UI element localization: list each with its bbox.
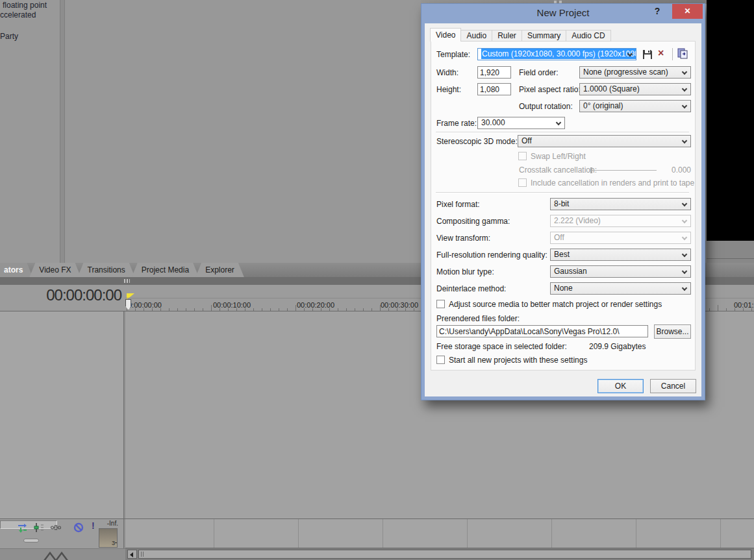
swap-lr-label: Swap Left/Right (531, 152, 586, 161)
master-bus-lane[interactable] (125, 519, 754, 548)
template-combobox[interactable]: Custom (1920x1080, 30.000 fps) (1920x108… (477, 48, 636, 60)
include-cancellation-label: Include cancellation in renders and prin… (531, 178, 694, 188)
view-transform-value: Off (554, 233, 564, 242)
track-motion-icon[interactable] (18, 522, 28, 533)
motion-blur-label: Motion blur type: (436, 267, 494, 276)
chevron-down-icon (682, 201, 687, 206)
tab-summary[interactable]: Summary (522, 30, 566, 42)
chevron-down-icon (682, 286, 687, 291)
crosstalk-slider[interactable] (592, 170, 657, 171)
start-all-checkbox[interactable] (436, 356, 445, 364)
deinterlace-label: Deinterlace method: (436, 284, 506, 293)
crosstalk-value: 0.000 (670, 165, 691, 175)
dialog-client-area: Video Audio Ruler Summary Audio CD Templ… (425, 23, 701, 396)
thumb-grip-icon (141, 552, 145, 557)
dock-tab-transitions[interactable]: Transitions (78, 263, 135, 277)
output-rotation-select[interactable]: 0° (original) (579, 100, 691, 112)
output-rotation-label: Output rotation: (519, 102, 573, 111)
meter-scale-tick (115, 542, 117, 543)
ok-button[interactable]: OK (597, 379, 644, 393)
render-quality-select[interactable]: Best (550, 249, 691, 261)
group-separator (436, 192, 689, 193)
motion-blur-select[interactable]: Gaussian (550, 265, 691, 278)
stereo-mode-label: Stereoscopic 3D mode: (436, 137, 518, 146)
crosstalk-label: Crosstalk cancellation: (519, 165, 597, 175)
dock-tab-video-fx[interactable]: Video FX (29, 263, 81, 277)
chevron-down-icon (682, 86, 687, 91)
browse-button[interactable]: Browse... (654, 324, 691, 339)
pixel-aspect-label: Pixel aspect ratio: (519, 85, 581, 94)
dock-tab-project-media[interactable]: Project Media (132, 263, 199, 277)
frame-rate-select[interactable]: 30.000 (477, 117, 565, 129)
mute-icon[interactable] (73, 522, 84, 533)
left-triangle-icon (130, 552, 133, 557)
start-all-label: Start all new projects with these settin… (449, 356, 587, 365)
fx-plug-icon[interactable] (51, 522, 61, 533)
render-quality-value: Best (554, 250, 570, 259)
pixel-format-label: Pixel format: (436, 200, 480, 209)
close-icon[interactable]: ✕ (672, 4, 703, 19)
prerendered-folder-label: Prerendered files folder: (436, 314, 520, 323)
stereo-mode-select[interactable]: Off (518, 135, 691, 147)
scrollbar-thumb[interactable] (138, 550, 751, 559)
deinterlace-select[interactable]: None (550, 282, 691, 295)
frame-rate-label: Frame rate: (436, 119, 477, 128)
scroll-left-button[interactable] (127, 550, 137, 559)
adjust-source-checkbox[interactable] (436, 300, 445, 308)
bottom-left-corner (0, 548, 125, 560)
include-cancellation-checkbox[interactable] (518, 178, 527, 187)
tab-ruler[interactable]: Ruler (492, 30, 522, 42)
bus-fader-handle[interactable] (23, 539, 39, 542)
bus-name-field[interactable] (0, 520, 57, 529)
deinterlace-value: None (554, 284, 573, 293)
dock-tab-explorer[interactable]: Explorer (195, 263, 244, 277)
chevron-down-icon (682, 138, 687, 143)
toolbar-separator (672, 48, 673, 60)
new-project-dialog: New Project ? ✕ Video Audio Ruler Summar… (421, 3, 705, 400)
current-timecode[interactable]: 00:00:00:00 (46, 286, 121, 304)
field-order-select[interactable]: None (progressive scan) (579, 66, 691, 79)
video-tab-page: Template: Custom (1920x1080, 30.000 fps)… (431, 41, 696, 371)
bus-level-meter[interactable]: 3 (99, 528, 118, 548)
height-label: Height: (436, 85, 461, 94)
pixel-format-select[interactable]: 8-bit (550, 198, 691, 210)
master-bus-header: ! -Inf. 3 (0, 519, 123, 548)
timeline-scrollbar (125, 548, 754, 560)
view-transform-select: Off (550, 232, 691, 244)
list-item[interactable]: floating point (3, 1, 47, 10)
motion-blur-value: Gaussian (554, 267, 587, 276)
left-list-panel: floating point ccelerated Party (0, 0, 60, 263)
pixel-aspect-value: 1.0000 (Square) (583, 84, 640, 93)
height-field[interactable] (477, 83, 511, 95)
solo-icon[interactable]: ! (92, 520, 95, 531)
field-order-label: Field order: (519, 68, 559, 77)
meter-scale-label: 3 (112, 540, 115, 546)
chevron-down-icon (682, 69, 687, 75)
free-space-value: 209.9 Gigabytes (589, 342, 646, 351)
prerendered-folder-field[interactable] (436, 325, 648, 337)
chevron-down-icon (682, 218, 687, 223)
output-rotation-value: 0° (original) (583, 101, 623, 110)
match-media-settings-icon[interactable] (677, 47, 688, 59)
pixel-aspect-select[interactable]: 1.0000 (Square) (579, 83, 691, 95)
video-preview-screen (707, 0, 754, 241)
help-icon[interactable]: ? (651, 6, 663, 19)
tab-audio-cd[interactable]: Audio CD (566, 30, 610, 42)
list-item[interactable]: ccelerated (0, 10, 36, 19)
tab-video[interactable]: Video (430, 28, 461, 42)
delete-template-icon[interactable]: × (658, 47, 664, 59)
dock-tab-generators[interactable]: ators (0, 263, 32, 277)
swap-lr-checkbox[interactable] (518, 152, 527, 160)
cancel-button[interactable]: Cancel (650, 379, 696, 393)
list-item[interactable]: Party (0, 32, 18, 41)
width-field[interactable] (477, 66, 511, 79)
pane-splitter[interactable] (60, 0, 65, 263)
tab-audio[interactable]: Audio (461, 30, 492, 42)
track-list-panel[interactable] (0, 311, 123, 518)
fader-icon[interactable] (34, 522, 44, 533)
width-label: Width: (436, 68, 459, 77)
save-template-icon[interactable] (642, 49, 653, 60)
view-transform-label: View transform: (436, 234, 490, 243)
crosstalk-slider-thumb[interactable] (590, 167, 592, 173)
compositing-gamma-select: 2.222 (Video) (550, 215, 691, 227)
